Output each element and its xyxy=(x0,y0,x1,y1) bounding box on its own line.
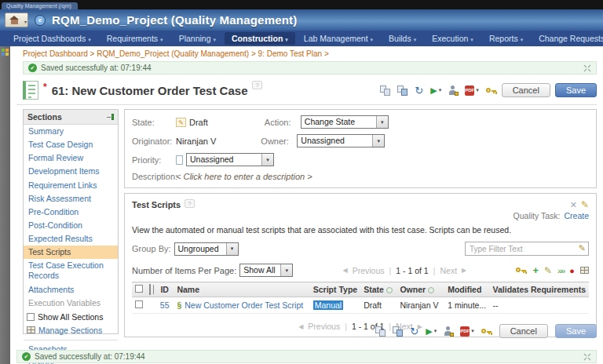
chevron-down-icon: ▾ xyxy=(280,264,292,276)
nav-change-requests[interactable]: Change Requests▾ xyxy=(532,32,603,45)
sidebar-item-expected-results[interactable]: Expected Results xyxy=(24,232,118,246)
row-name-link[interactable]: New Customer Order Test Script xyxy=(185,300,303,310)
generate-script-icon[interactable]: »» xyxy=(557,266,564,275)
row-checkbox[interactable] xyxy=(135,300,143,308)
app-banner: ▾ e RQM_Demo_Project (Quality Management… xyxy=(0,9,603,31)
mini-dashboard-icon[interactable] xyxy=(2,49,9,56)
nav-requirements[interactable]: Requirements▾ xyxy=(100,32,170,45)
col-script-type[interactable]: Script Type xyxy=(313,285,357,294)
group-by-select[interactable]: Ungrouped ▾ xyxy=(174,242,239,256)
help-icon[interactable]: ? xyxy=(185,199,194,208)
nav-lab-management[interactable]: Lab Management▾ xyxy=(297,32,380,45)
refresh-icon[interactable]: ↻ xyxy=(410,326,418,337)
nav-project-dashboards[interactable]: Project Dashboards▾ xyxy=(6,32,98,45)
home-button[interactable]: ▾ xyxy=(5,13,28,27)
page-body: Project Dashboard > RQM_Demo_Project (Qu… xyxy=(10,46,603,364)
sidebar-item-post-condition[interactable]: Post-Condition xyxy=(24,219,118,232)
nav-planning[interactable]: Planning▾ xyxy=(172,32,223,45)
sidebar-item-summary[interactable]: Summary xyxy=(24,125,118,138)
edit-section-icon[interactable]: ✎ xyxy=(581,199,589,210)
link-key-icon[interactable] xyxy=(481,326,492,337)
reuse-script-icon[interactable] xyxy=(516,265,527,276)
test-scripts-title: Test Scripts xyxy=(132,200,181,209)
create-script-icon[interactable]: + xyxy=(532,265,539,275)
sidebar-item-test-case-execution-records[interactable]: Test Case Execution Records xyxy=(24,259,118,282)
quality-task-create-link[interactable]: Create xyxy=(564,211,589,220)
select-all-checkbox[interactable] xyxy=(135,285,143,293)
sidebar-item-pre-condition[interactable]: Pre-Condition xyxy=(24,206,118,219)
sidebar-item-test-case-design[interactable]: Test Case Design xyxy=(24,138,118,151)
breadcrumb[interactable]: Project Dashboard > RQM_Demo_Project (Qu… xyxy=(16,46,597,60)
permissions-icon[interactable] xyxy=(444,326,453,337)
sidebar-item-formal-review[interactable]: Formal Review xyxy=(24,151,118,165)
type-column-icon xyxy=(149,284,151,295)
col-owner[interactable]: Owner xyxy=(400,285,426,294)
test-scripts-panel: Test Scripts ? ✕ ✎ Quality Task: Create … xyxy=(124,193,597,337)
col-modified[interactable]: Modified xyxy=(448,285,481,294)
edit-script-icon[interactable]: ✎ xyxy=(544,265,552,276)
row-validates: -- xyxy=(493,300,499,310)
chevron-down-icon: ▾ xyxy=(372,135,384,147)
sidebar-item-requirement-links[interactable]: Requirement Links xyxy=(24,179,118,192)
edit-state-icon[interactable]: ✎ xyxy=(176,118,186,127)
group-by-state-icon[interactable] xyxy=(386,287,393,293)
previous-link[interactable]: Previous xyxy=(353,266,385,275)
priority-select[interactable]: Unassigned ▾ xyxy=(186,153,274,166)
duplicate-icon[interactable] xyxy=(397,85,407,96)
close-section-icon[interactable]: ✕ xyxy=(570,200,577,210)
description-placeholder[interactable]: < Click here to enter a description > xyxy=(176,172,312,181)
cancel-button[interactable]: Cancel xyxy=(499,324,548,338)
export-pdf-icon[interactable]: PDF▾ xyxy=(460,326,474,337)
chevron-down-icon: ▾ xyxy=(261,154,273,166)
row-id-link[interactable]: 55 xyxy=(160,300,170,310)
permissions-icon[interactable] xyxy=(448,85,458,96)
col-state[interactable]: State xyxy=(364,285,384,294)
save-button[interactable]: Save xyxy=(555,324,597,338)
nav-construction[interactable]: Construction▾ xyxy=(225,32,295,45)
browser-tab[interactable]: Quality Management (/qm) xyxy=(2,2,78,9)
cancel-button[interactable]: Cancel xyxy=(502,83,550,97)
show-all-sections-checkbox[interactable] xyxy=(27,313,35,321)
link-key-icon[interactable] xyxy=(486,85,497,96)
col-id[interactable]: ID xyxy=(160,285,169,294)
action-label: Action: xyxy=(265,118,301,127)
manual-script-icon: § xyxy=(177,300,181,310)
run-icon[interactable]: ▶▾ xyxy=(426,326,437,337)
expand-icon[interactable] xyxy=(583,353,591,361)
quality-task-label: Quality Task: xyxy=(513,211,561,220)
inline-view-icon[interactable] xyxy=(580,267,589,274)
owner-select[interactable]: Unassigned ▾ xyxy=(297,134,385,147)
summary-panel: State: ✎ Draft Action: Change State ▾ Or… xyxy=(124,109,597,188)
expand-icon[interactable] xyxy=(583,64,591,72)
nav-builds[interactable]: Builds▾ xyxy=(382,32,423,45)
refresh-icon[interactable]: ↻ xyxy=(415,85,423,96)
sidebar-item-test-scripts[interactable]: Test Scripts xyxy=(24,246,118,259)
group-by-owner-icon[interactable] xyxy=(428,287,434,293)
copy-icon[interactable] xyxy=(380,85,390,96)
next-link[interactable]: Next xyxy=(440,266,457,275)
sidebar-item-risk-assessment[interactable]: Risk Assessment xyxy=(24,192,118,206)
filter-input[interactable] xyxy=(465,242,589,256)
last-page-icon[interactable]: ▶ xyxy=(462,267,466,274)
col-validates-requirements[interactable]: Validates Requirements xyxy=(493,285,586,294)
pin-icon[interactable] xyxy=(107,114,114,120)
help-icon[interactable]: ? xyxy=(252,81,261,89)
success-check-icon: ✔ xyxy=(28,64,37,72)
copy-icon[interactable] xyxy=(375,326,386,337)
sidebar-item-development-items[interactable]: Development Items xyxy=(24,165,118,178)
sidebar-item-attachments[interactable]: Attachments xyxy=(24,283,118,297)
description-label: Description: xyxy=(132,172,176,181)
save-button[interactable]: Save xyxy=(555,83,597,97)
nav-execution[interactable]: Execution▾ xyxy=(425,32,481,45)
run-icon[interactable]: ▶▾ xyxy=(430,85,441,96)
action-select[interactable]: Change State ▾ xyxy=(301,115,389,129)
items-per-page-select[interactable]: Show All ▾ xyxy=(239,264,293,277)
first-page-icon[interactable]: ◀ xyxy=(343,267,348,274)
col-name[interactable]: Name xyxy=(177,285,199,294)
duplicate-icon[interactable] xyxy=(393,326,403,337)
filter-icon[interactable]: ✎ xyxy=(579,243,586,253)
record-script-icon[interactable]: ● xyxy=(569,266,575,275)
export-pdf-icon[interactable]: PDF▾ xyxy=(465,85,479,96)
nav-reports[interactable]: Reports▾ xyxy=(482,32,530,45)
sections-header: Sections xyxy=(27,112,62,122)
